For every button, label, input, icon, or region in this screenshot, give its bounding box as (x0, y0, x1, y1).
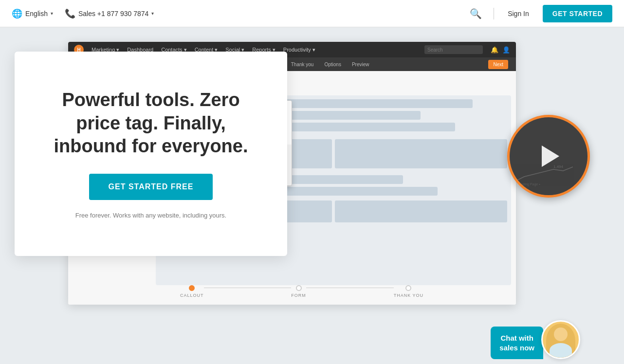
hs-step-label-thankyou: THANK YOU (394, 293, 423, 298)
hs-step-dot-callout (189, 285, 195, 291)
language-label: English (25, 10, 48, 18)
search-button[interactable]: 🔍 (466, 6, 486, 21)
hs-step-label-form: FORM (291, 293, 306, 298)
chevron-down-icon-2: ▾ (151, 11, 154, 16)
hs-step-label-callout: CALLOUT (180, 293, 204, 298)
mini-chart: 1,494 Landing Page • (514, 162, 573, 186)
avatar-person (546, 324, 575, 358)
top-nav: 🌐 English ▾ 📞 Sales +1 877 930 7874 ▾ 🔍 … (0, 0, 624, 27)
hs-step-thankyou: THANK YOU (394, 285, 423, 298)
hs-tab-preview[interactable]: Preview (347, 60, 374, 69)
hs-user-icon: 👤 (502, 46, 510, 54)
hs-icon-group: 🔔 👤 (491, 46, 510, 54)
phone-label: Sales +1 877 930 7874 (78, 10, 148, 18)
hero-subtext: Free forever. Works with any website, in… (75, 212, 226, 219)
chat-avatar (541, 320, 580, 359)
hs-tab-thankyou[interactable]: Thank you (286, 60, 319, 69)
hs-step-line-2 (306, 288, 394, 288)
globe-icon: 🌐 (12, 8, 22, 19)
hs-next-button[interactable]: Next (488, 60, 508, 69)
hs-step-form: FORM (291, 285, 306, 298)
chat-bubble[interactable]: Chat withsales now (491, 327, 543, 359)
nav-left: 🌐 English ▾ 📞 Sales +1 877 930 7874 ▾ (12, 8, 154, 19)
hs-step-line-1 (204, 288, 292, 288)
phone-icon: 📞 (65, 8, 75, 19)
video-play-button[interactable]: 1,494 Landing Page • (507, 115, 590, 198)
hs-step-dot-form (296, 285, 302, 291)
chevron-down-icon: ▾ (51, 11, 53, 16)
hs-search-input[interactable] (424, 45, 483, 54)
hs-bell-icon: 🔔 (491, 46, 498, 54)
phone-selector[interactable]: 📞 Sales +1 877 930 7874 ▾ (65, 8, 154, 19)
play-circle-inner: 1,494 Landing Page • (510, 117, 587, 195)
svg-text:1,494: 1,494 (553, 164, 564, 169)
nav-divider (494, 8, 494, 19)
hs-tab-options[interactable]: Options (319, 60, 346, 69)
language-selector[interactable]: 🌐 English ▾ (12, 8, 53, 19)
main-content: H Marketing ▾ Dashboard Contacts ▾ Conte… (0, 27, 624, 364)
hs-step-dot-thankyou (405, 285, 411, 291)
chat-label: Chat withsales now (499, 334, 534, 352)
hs-step-callout: CALLOUT (180, 285, 204, 298)
sign-in-button[interactable]: Sign In (502, 7, 535, 20)
nav-right: 🔍 Sign In GET STARTED (466, 5, 612, 22)
hs-nav-productivity: Productivity ▾ (283, 47, 315, 53)
avatar-body (550, 343, 572, 358)
hs-workflow-steps: CALLOUT FORM THANK YOU (180, 285, 423, 298)
chat-widget[interactable]: Chat withsales now (491, 320, 580, 359)
hero-card: Powerful tools. Zero price tag. Finally,… (15, 52, 287, 256)
svg-text:Landing Page •: Landing Page • (517, 182, 540, 186)
get-started-nav-button[interactable]: GET STARTED (543, 5, 612, 22)
avatar-head (554, 328, 568, 341)
hero-headline: Powerful tools. Zero price tag. Finally,… (39, 89, 263, 158)
hero-cta-button[interactable]: GET STARTED FREE (89, 174, 213, 200)
